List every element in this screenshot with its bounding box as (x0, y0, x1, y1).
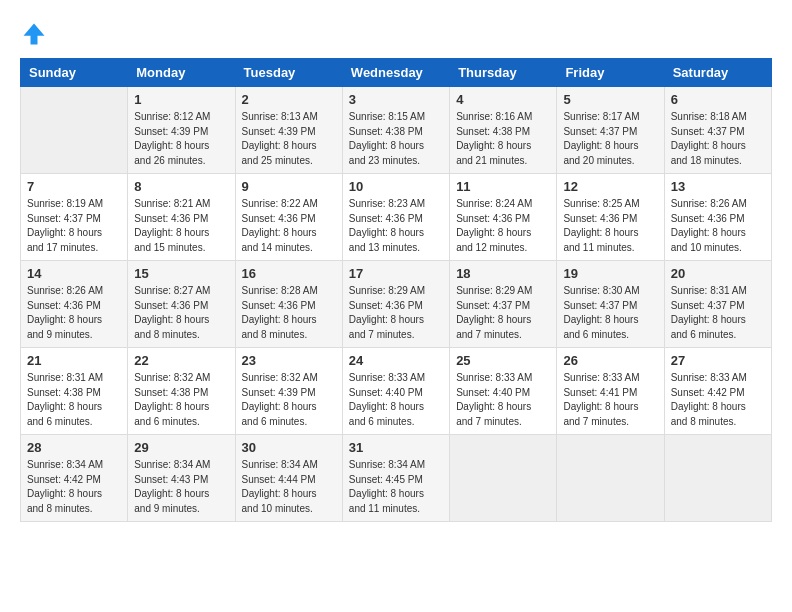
calendar-cell (557, 435, 664, 522)
calendar-cell: 20Sunrise: 8:31 AMSunset: 4:37 PMDayligh… (664, 261, 771, 348)
day-info: Sunrise: 8:27 AMSunset: 4:36 PMDaylight:… (134, 284, 228, 342)
day-number: 12 (563, 179, 657, 194)
day-number: 14 (27, 266, 121, 281)
day-number: 6 (671, 92, 765, 107)
calendar-week-row: 28Sunrise: 8:34 AMSunset: 4:42 PMDayligh… (21, 435, 772, 522)
calendar-cell: 17Sunrise: 8:29 AMSunset: 4:36 PMDayligh… (342, 261, 449, 348)
day-number: 11 (456, 179, 550, 194)
calendar-cell: 27Sunrise: 8:33 AMSunset: 4:42 PMDayligh… (664, 348, 771, 435)
svg-marker-0 (24, 24, 45, 45)
day-info: Sunrise: 8:33 AMSunset: 4:42 PMDaylight:… (671, 371, 765, 429)
calendar-cell: 24Sunrise: 8:33 AMSunset: 4:40 PMDayligh… (342, 348, 449, 435)
calendar-header-row: SundayMondayTuesdayWednesdayThursdayFrid… (21, 59, 772, 87)
day-number: 10 (349, 179, 443, 194)
day-info: Sunrise: 8:33 AMSunset: 4:40 PMDaylight:… (456, 371, 550, 429)
day-number: 9 (242, 179, 336, 194)
day-number: 27 (671, 353, 765, 368)
day-number: 13 (671, 179, 765, 194)
day-number: 4 (456, 92, 550, 107)
day-number: 17 (349, 266, 443, 281)
calendar-cell: 7Sunrise: 8:19 AMSunset: 4:37 PMDaylight… (21, 174, 128, 261)
calendar-cell: 31Sunrise: 8:34 AMSunset: 4:45 PMDayligh… (342, 435, 449, 522)
day-number: 22 (134, 353, 228, 368)
day-number: 29 (134, 440, 228, 455)
day-info: Sunrise: 8:17 AMSunset: 4:37 PMDaylight:… (563, 110, 657, 168)
day-info: Sunrise: 8:33 AMSunset: 4:40 PMDaylight:… (349, 371, 443, 429)
calendar-cell: 30Sunrise: 8:34 AMSunset: 4:44 PMDayligh… (235, 435, 342, 522)
day-number: 24 (349, 353, 443, 368)
weekday-header: Wednesday (342, 59, 449, 87)
day-info: Sunrise: 8:21 AMSunset: 4:36 PMDaylight:… (134, 197, 228, 255)
calendar-week-row: 21Sunrise: 8:31 AMSunset: 4:38 PMDayligh… (21, 348, 772, 435)
calendar-cell: 14Sunrise: 8:26 AMSunset: 4:36 PMDayligh… (21, 261, 128, 348)
day-number: 15 (134, 266, 228, 281)
calendar-cell: 22Sunrise: 8:32 AMSunset: 4:38 PMDayligh… (128, 348, 235, 435)
calendar-cell: 1Sunrise: 8:12 AMSunset: 4:39 PMDaylight… (128, 87, 235, 174)
day-info: Sunrise: 8:24 AMSunset: 4:36 PMDaylight:… (456, 197, 550, 255)
day-number: 30 (242, 440, 336, 455)
day-info: Sunrise: 8:32 AMSunset: 4:38 PMDaylight:… (134, 371, 228, 429)
calendar-cell: 8Sunrise: 8:21 AMSunset: 4:36 PMDaylight… (128, 174, 235, 261)
day-info: Sunrise: 8:15 AMSunset: 4:38 PMDaylight:… (349, 110, 443, 168)
day-number: 31 (349, 440, 443, 455)
calendar-week-row: 14Sunrise: 8:26 AMSunset: 4:36 PMDayligh… (21, 261, 772, 348)
calendar-cell: 5Sunrise: 8:17 AMSunset: 4:37 PMDaylight… (557, 87, 664, 174)
day-number: 7 (27, 179, 121, 194)
calendar-cell (21, 87, 128, 174)
weekday-header: Monday (128, 59, 235, 87)
calendar-cell: 26Sunrise: 8:33 AMSunset: 4:41 PMDayligh… (557, 348, 664, 435)
day-number: 8 (134, 179, 228, 194)
day-info: Sunrise: 8:34 AMSunset: 4:43 PMDaylight:… (134, 458, 228, 516)
day-number: 18 (456, 266, 550, 281)
calendar-week-row: 7Sunrise: 8:19 AMSunset: 4:37 PMDaylight… (21, 174, 772, 261)
calendar-cell: 12Sunrise: 8:25 AMSunset: 4:36 PMDayligh… (557, 174, 664, 261)
calendar-cell: 9Sunrise: 8:22 AMSunset: 4:36 PMDaylight… (235, 174, 342, 261)
day-info: Sunrise: 8:25 AMSunset: 4:36 PMDaylight:… (563, 197, 657, 255)
calendar-cell (664, 435, 771, 522)
day-info: Sunrise: 8:12 AMSunset: 4:39 PMDaylight:… (134, 110, 228, 168)
calendar-cell: 21Sunrise: 8:31 AMSunset: 4:38 PMDayligh… (21, 348, 128, 435)
day-info: Sunrise: 8:31 AMSunset: 4:37 PMDaylight:… (671, 284, 765, 342)
logo-icon (20, 20, 48, 48)
day-info: Sunrise: 8:13 AMSunset: 4:39 PMDaylight:… (242, 110, 336, 168)
day-number: 28 (27, 440, 121, 455)
day-number: 1 (134, 92, 228, 107)
day-info: Sunrise: 8:29 AMSunset: 4:37 PMDaylight:… (456, 284, 550, 342)
calendar-week-row: 1Sunrise: 8:12 AMSunset: 4:39 PMDaylight… (21, 87, 772, 174)
day-info: Sunrise: 8:30 AMSunset: 4:37 PMDaylight:… (563, 284, 657, 342)
calendar-cell: 25Sunrise: 8:33 AMSunset: 4:40 PMDayligh… (450, 348, 557, 435)
day-number: 21 (27, 353, 121, 368)
day-info: Sunrise: 8:32 AMSunset: 4:39 PMDaylight:… (242, 371, 336, 429)
weekday-header: Friday (557, 59, 664, 87)
calendar-cell: 18Sunrise: 8:29 AMSunset: 4:37 PMDayligh… (450, 261, 557, 348)
day-info: Sunrise: 8:22 AMSunset: 4:36 PMDaylight:… (242, 197, 336, 255)
calendar-cell: 16Sunrise: 8:28 AMSunset: 4:36 PMDayligh… (235, 261, 342, 348)
day-number: 5 (563, 92, 657, 107)
day-info: Sunrise: 8:34 AMSunset: 4:42 PMDaylight:… (27, 458, 121, 516)
day-info: Sunrise: 8:28 AMSunset: 4:36 PMDaylight:… (242, 284, 336, 342)
day-info: Sunrise: 8:29 AMSunset: 4:36 PMDaylight:… (349, 284, 443, 342)
calendar-cell: 4Sunrise: 8:16 AMSunset: 4:38 PMDaylight… (450, 87, 557, 174)
calendar-table: SundayMondayTuesdayWednesdayThursdayFrid… (20, 58, 772, 522)
calendar-cell: 29Sunrise: 8:34 AMSunset: 4:43 PMDayligh… (128, 435, 235, 522)
calendar-body: 1Sunrise: 8:12 AMSunset: 4:39 PMDaylight… (21, 87, 772, 522)
day-info: Sunrise: 8:18 AMSunset: 4:37 PMDaylight:… (671, 110, 765, 168)
day-number: 19 (563, 266, 657, 281)
day-info: Sunrise: 8:31 AMSunset: 4:38 PMDaylight:… (27, 371, 121, 429)
day-number: 3 (349, 92, 443, 107)
calendar-cell: 6Sunrise: 8:18 AMSunset: 4:37 PMDaylight… (664, 87, 771, 174)
day-info: Sunrise: 8:23 AMSunset: 4:36 PMDaylight:… (349, 197, 443, 255)
day-number: 23 (242, 353, 336, 368)
calendar-cell: 13Sunrise: 8:26 AMSunset: 4:36 PMDayligh… (664, 174, 771, 261)
day-number: 2 (242, 92, 336, 107)
calendar-cell: 10Sunrise: 8:23 AMSunset: 4:36 PMDayligh… (342, 174, 449, 261)
day-info: Sunrise: 8:19 AMSunset: 4:37 PMDaylight:… (27, 197, 121, 255)
day-number: 16 (242, 266, 336, 281)
day-number: 25 (456, 353, 550, 368)
calendar-cell: 15Sunrise: 8:27 AMSunset: 4:36 PMDayligh… (128, 261, 235, 348)
day-info: Sunrise: 8:26 AMSunset: 4:36 PMDaylight:… (671, 197, 765, 255)
calendar-cell: 11Sunrise: 8:24 AMSunset: 4:36 PMDayligh… (450, 174, 557, 261)
day-number: 20 (671, 266, 765, 281)
weekday-header: Saturday (664, 59, 771, 87)
calendar-cell: 2Sunrise: 8:13 AMSunset: 4:39 PMDaylight… (235, 87, 342, 174)
